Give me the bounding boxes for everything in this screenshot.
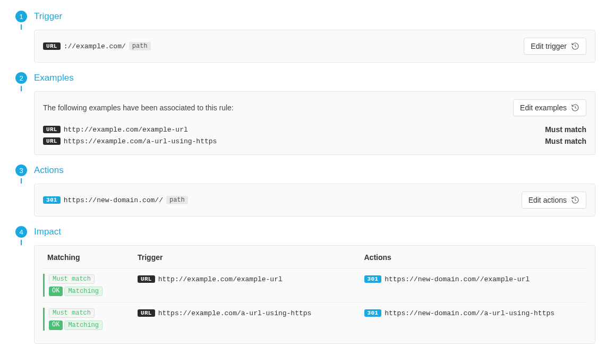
step-impact: 4 Impact Matching Trigger Actions Must m… xyxy=(11,226,595,354)
step-connector-line xyxy=(21,240,22,245)
step-indicator: 2 xyxy=(11,72,32,89)
impact-panel: Matching Trigger Actions Must match OK M… xyxy=(34,245,595,344)
step-indicator: 3 xyxy=(11,164,32,181)
action-url-text: https://new-domain.com// xyxy=(64,196,163,204)
status-code-badge: 301 xyxy=(364,275,382,283)
example-row: URL http://example.com/example-url Must … xyxy=(43,124,586,135)
impact-table: Matching Trigger Actions Must match OK M… xyxy=(43,253,586,336)
step-title: Actions xyxy=(34,164,595,176)
impact-action-url: https://new-domain.com//a-url-using-http… xyxy=(385,309,554,317)
step-title: Impact xyxy=(34,226,595,238)
step-number-badge: 3 xyxy=(15,164,27,176)
example-row: URL https://example.com/a-url-using-http… xyxy=(43,135,586,147)
step-number-badge: 2 xyxy=(15,72,27,84)
col-trigger: Trigger xyxy=(133,253,360,262)
example-url: http://example.com/example-url xyxy=(64,126,188,134)
edit-examples-button[interactable]: Edit examples xyxy=(513,99,586,116)
step-title: Examples xyxy=(34,72,595,84)
actions-panel: 301 https://new-domain.com// path Edit a… xyxy=(34,184,595,216)
history-icon xyxy=(571,103,579,112)
ok-pill: OK xyxy=(49,287,63,296)
ok-pill: OK xyxy=(49,320,63,330)
step-title: Trigger xyxy=(34,11,595,22)
impact-row: Must match OK Matching URL https://examp… xyxy=(43,302,586,336)
step-indicator: 4 xyxy=(11,226,32,243)
impact-table-header: Matching Trigger Actions xyxy=(43,253,586,268)
status-code-badge: 301 xyxy=(364,309,382,317)
impact-action-cell: 301 https://new-domain.com//a-url-using-… xyxy=(360,308,587,331)
url-badge: URL xyxy=(43,137,61,145)
step-connector-line xyxy=(21,86,22,91)
trigger-panel: URL ://example.com/ path Edit trigger xyxy=(34,30,595,63)
example-must-match: Must match xyxy=(545,125,586,134)
url-badge: URL xyxy=(138,275,155,283)
edit-examples-label: Edit examples xyxy=(520,103,567,112)
trigger-url-text: ://example.com/ xyxy=(64,42,126,50)
url-badge: URL xyxy=(43,42,61,50)
example-must-match: Must match xyxy=(545,137,586,145)
col-matching: Matching xyxy=(43,253,133,262)
edit-trigger-label: Edit trigger xyxy=(531,42,567,50)
impact-trigger-cell: URL http://example.com/example-url xyxy=(133,274,360,297)
impact-trigger-url: http://example.com/example-url xyxy=(158,275,283,283)
url-badge: URL xyxy=(138,309,155,317)
trigger-expression: URL ://example.com/ path xyxy=(43,42,151,50)
matching-pill: Matching xyxy=(64,287,103,296)
step-trigger: 1 Trigger URL ://example.com/ path Edit … xyxy=(11,11,595,70)
step-examples: 2 Examples The following examples have b… xyxy=(11,72,595,162)
example-list: URL http://example.com/example-url Must … xyxy=(43,124,586,147)
edit-trigger-button[interactable]: Edit trigger xyxy=(524,38,586,55)
status-code-badge: 301 xyxy=(43,196,61,204)
step-actions: 3 Actions 301 https://new-domain.com// p… xyxy=(11,164,595,224)
step-connector-line xyxy=(21,24,22,30)
history-icon xyxy=(571,196,579,204)
step-indicator: 1 xyxy=(11,11,32,28)
impact-row: Must match OK Matching URL http://exampl… xyxy=(43,268,586,302)
impact-trigger-url: https://example.com/a-url-using-https xyxy=(158,309,312,317)
impact-matching-cell: Must match OK Matching xyxy=(43,274,133,297)
impact-matching-cell: Must match OK Matching xyxy=(43,308,133,331)
path-token: path xyxy=(166,196,188,204)
step-number-badge: 1 xyxy=(15,11,27,22)
edit-actions-button[interactable]: Edit actions xyxy=(522,192,586,209)
matching-pill: Matching xyxy=(64,320,103,330)
edit-actions-label: Edit actions xyxy=(528,196,567,204)
examples-intro-text: The following examples have been associa… xyxy=(43,102,234,114)
must-match-pill: Must match xyxy=(49,274,95,284)
step-number-badge: 4 xyxy=(15,226,27,238)
action-expression: 301 https://new-domain.com// path xyxy=(43,196,188,204)
impact-action-cell: 301 https://new-domain.com//example-url xyxy=(360,274,587,297)
impact-action-url: https://new-domain.com//example-url xyxy=(385,275,530,283)
col-actions: Actions xyxy=(360,253,587,262)
history-icon xyxy=(571,42,579,50)
step-connector-line xyxy=(21,178,22,184)
url-badge: URL xyxy=(43,126,61,133)
example-url: https://example.com/a-url-using-https xyxy=(64,137,217,145)
examples-panel: The following examples have been associa… xyxy=(34,91,595,155)
path-token: path xyxy=(129,42,151,50)
impact-trigger-cell: URL https://example.com/a-url-using-http… xyxy=(133,308,360,331)
must-match-pill: Must match xyxy=(49,308,95,318)
